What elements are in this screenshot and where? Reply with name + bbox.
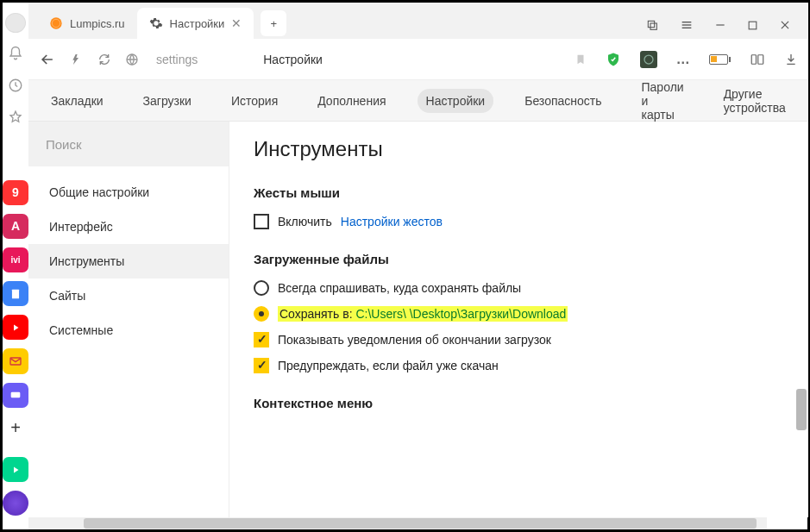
vertical-scrollbar[interactable] — [796, 389, 807, 430]
tab-label: Настройки — [170, 17, 225, 30]
nav-downloads[interactable]: Загрузки — [135, 89, 200, 113]
tab-label: Lumpics.ru — [70, 17, 125, 30]
wallet-app-icon[interactable] — [3, 383, 28, 408]
media-app-icon[interactable] — [3, 457, 28, 482]
section-context-title: Контекстное меню — [254, 396, 784, 410]
svg-rect-3 — [11, 392, 21, 398]
svg-rect-6 — [648, 21, 654, 27]
svg-rect-7 — [650, 23, 656, 29]
sidebar-toggle-icon[interactable] — [750, 52, 765, 67]
star-icon[interactable] — [3, 106, 28, 129]
save-to-radio[interactable] — [254, 306, 269, 322]
browser-tab-active[interactable]: Настройки ✕ — [137, 8, 254, 39]
always-ask-label: Всегда спрашивать, куда сохранять файлы — [278, 281, 521, 295]
clock-icon[interactable] — [3, 74, 28, 97]
app-sidebar: 9 A ivi + — [0, 3, 28, 529]
address-bar: settings Настройки … — [28, 39, 808, 80]
sidebar-item-sites[interactable]: Сайты — [28, 279, 229, 313]
nav-security[interactable]: Безопасность — [516, 89, 610, 113]
protect-shield-icon[interactable] — [606, 52, 621, 67]
docs-app-icon[interactable] — [3, 281, 28, 306]
nav-history[interactable]: История — [223, 89, 286, 113]
notify-checkbox[interactable] — [254, 332, 269, 347]
menu-icon[interactable] — [680, 18, 694, 32]
gear-icon — [149, 16, 163, 30]
close-window-icon[interactable] — [779, 19, 791, 31]
bookmark-icon[interactable] — [575, 53, 587, 66]
content-area: Поиск Общие настройки Интерфейс Инструме… — [28, 122, 808, 517]
back-icon[interactable] — [39, 51, 56, 68]
user-avatar-icon[interactable] — [5, 13, 26, 33]
save-to-label: Сохранять в: C:\Users\ \Desktop\Загрузки… — [278, 306, 568, 322]
new-tab-button[interactable]: + — [261, 10, 286, 36]
svg-rect-12 — [749, 22, 757, 29]
translate-app-icon[interactable]: A — [3, 214, 28, 239]
battery-icon[interactable] — [709, 54, 731, 65]
add-app-icon[interactable]: + — [3, 416, 28, 440]
warn-label: Предупреждать, если файл уже скачан — [278, 359, 499, 372]
youtube-app-icon[interactable] — [3, 315, 28, 340]
close-tab-icon[interactable]: ✕ — [231, 16, 242, 30]
minimize-icon[interactable] — [714, 19, 726, 31]
reload-icon[interactable] — [97, 53, 111, 66]
nav-bookmarks[interactable]: Закладки — [42, 89, 112, 113]
sidebar-item-general[interactable]: Общие настройки — [28, 175, 229, 210]
search-input[interactable]: Поиск — [28, 122, 229, 166]
svg-point-16 — [644, 55, 653, 64]
orange-favicon-icon — [49, 16, 63, 30]
svg-rect-18 — [758, 54, 763, 64]
horizontal-scrollbar[interactable] — [28, 517, 767, 529]
settings-panel: Инструменты Жесты мыши Включить Настройк… — [229, 122, 808, 517]
nav-settings[interactable]: Настройки — [418, 89, 494, 113]
browser-tab[interactable]: Lumpics.ru — [37, 8, 137, 39]
settings-nav: Закладки Загрузки История Дополнения Нас… — [28, 80, 808, 122]
enable-gestures-checkbox[interactable] — [254, 214, 269, 229]
svg-rect-17 — [751, 54, 756, 64]
section-downloads-title: Загруженные файлы — [254, 252, 784, 266]
always-ask-radio[interactable] — [254, 280, 269, 296]
nav-addons[interactable]: Дополнения — [309, 89, 394, 113]
yandex-app-icon[interactable]: 9 — [3, 180, 28, 205]
downloads-icon[interactable] — [784, 53, 798, 66]
section-mouse-title: Жесты мыши — [254, 185, 784, 200]
bell-icon[interactable] — [3, 41, 28, 65]
sidebar-item-system[interactable]: Системные — [28, 313, 229, 347]
mail-app-icon[interactable] — [3, 348, 28, 373]
sidebar-item-interface[interactable]: Интерфейс — [28, 210, 229, 244]
save-path-link[interactable]: C:\Users\ \Desktop\Загрузки\Download — [355, 307, 566, 321]
more-icon[interactable]: … — [676, 52, 690, 67]
gesture-settings-link[interactable]: Настройки жестов — [341, 215, 443, 228]
site-lock-icon[interactable] — [125, 53, 139, 66]
ivi-app-icon[interactable]: ivi — [3, 247, 28, 272]
maximize-icon[interactable] — [747, 20, 758, 31]
window-ontop-icon[interactable] — [645, 18, 659, 32]
settings-sidebar: Поиск Общие настройки Интерфейс Инструме… — [28, 122, 229, 517]
enable-gestures-label: Включить — [278, 215, 332, 228]
alice-app-icon[interactable] — [3, 491, 28, 516]
warn-checkbox[interactable] — [254, 358, 269, 373]
svg-rect-1 — [12, 290, 19, 299]
nav-devices[interactable]: Другие устройства — [715, 82, 794, 120]
url-text[interactable]: settings — [156, 53, 198, 66]
panel-heading: Инструменты — [254, 137, 784, 161]
tab-bar: Lumpics.ru Настройки ✕ + — [28, 3, 808, 39]
extension-icon[interactable] — [640, 51, 657, 68]
sidebar-item-tools[interactable]: Инструменты — [28, 244, 229, 279]
page-title: Настройки — [263, 53, 323, 66]
notify-label: Показывать уведомления об окончании загр… — [278, 333, 551, 347]
nav-passwords[interactable]: Пароли и карты — [633, 75, 693, 127]
yandex-home-icon[interactable] — [70, 53, 84, 66]
